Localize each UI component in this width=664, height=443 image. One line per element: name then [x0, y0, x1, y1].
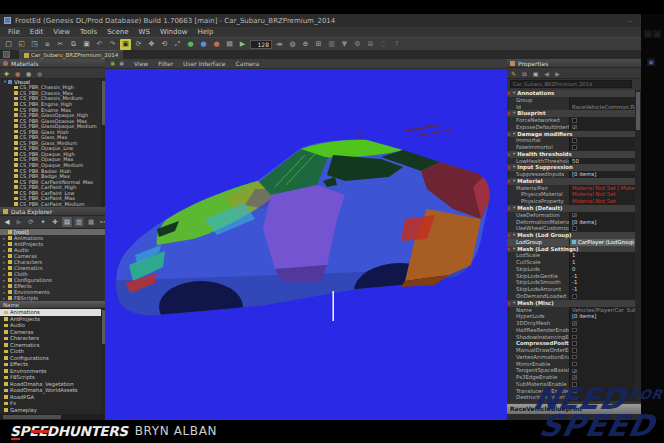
property-section[interactable]: ▾Mesh (Default)	[507, 205, 635, 212]
cut-icon[interactable]: ✂	[55, 39, 66, 50]
collapse-arrow-icon[interactable]: ▾	[513, 151, 515, 158]
dock-icon[interactable]: ▫	[653, 30, 661, 38]
checkbox-checked[interactable]: ✓	[572, 375, 577, 380]
material-item[interactable]: CS_PBR_CarPaint_Medium	[0, 201, 105, 207]
refresh-icon[interactable]: ⟳	[133, 39, 144, 50]
property-value[interactable]: ✓	[569, 374, 635, 381]
minimize-button[interactable]: —	[627, 17, 633, 24]
menu-edit[interactable]: Edit	[25, 27, 49, 37]
refresh-icon[interactable]: ⟳	[26, 217, 36, 227]
select-tool-icon[interactable]: ▣	[120, 39, 131, 50]
rotate-tool-icon[interactable]: ⟲	[159, 39, 170, 50]
properties-path-field[interactable]: Car_Subaru_BRZPremium_2014	[510, 80, 632, 88]
checkbox[interactable]	[572, 226, 577, 231]
property-value[interactable]: Material Not Set	[569, 198, 635, 205]
camera-icon[interactable]: ▤	[224, 39, 235, 50]
property-value[interactable]	[569, 117, 635, 124]
data-explorer-header[interactable]: Data Explorer	[0, 207, 105, 216]
property-value[interactable]: 50	[569, 158, 635, 165]
viewport-menu-user-interface[interactable]: User Interface	[183, 60, 225, 67]
copy-icon[interactable]: ⧉	[68, 39, 79, 50]
world-icon[interactable]: ◍	[287, 39, 298, 50]
forward-icon[interactable]: ▶	[14, 217, 24, 227]
link-icon[interactable]: ⊕	[300, 39, 311, 50]
property-value[interactable]: Vehicles/Player/Car_Subaru_BRZ	[569, 307, 635, 314]
materials-header[interactable]: Materials	[0, 59, 105, 68]
property-section[interactable]: ▾Mesh (Lod Settings)	[507, 246, 635, 253]
property-section[interactable]: ▾Health thresholds	[507, 151, 635, 158]
lock-icon[interactable]: ⊠	[365, 39, 376, 50]
menu-scene[interactable]: Scene	[102, 27, 133, 37]
menu-view[interactable]: View	[48, 27, 75, 37]
view-icons-icon[interactable]: ▦	[86, 217, 96, 227]
property-section[interactable]: ▾Damage modifiers	[507, 131, 635, 138]
property-value[interactable]: Material Not Set | Material Not Set	[569, 185, 635, 192]
open-folder-icon[interactable]: ◱	[16, 39, 27, 50]
collapse-arrow-icon[interactable]: ▾	[513, 164, 515, 171]
property-value[interactable]: ✓	[569, 212, 635, 219]
property-value[interactable]: ✓	[569, 124, 635, 131]
redo-icon[interactable]: ↷	[107, 39, 118, 50]
paste-icon[interactable]: ▣	[81, 39, 92, 50]
collapse-arrow-icon[interactable]: ▾	[513, 110, 515, 117]
tab-strip-icon[interactable]	[3, 51, 10, 58]
property-value[interactable]	[569, 144, 635, 151]
spinner-icon[interactable]: ◂▸	[274, 39, 285, 50]
property-value[interactable]	[569, 340, 635, 347]
explorer-file-item[interactable]: Gameplay	[0, 407, 105, 414]
search-icon[interactable]: ◌	[378, 39, 389, 50]
property-section[interactable]: ▾Mesh (Misc)	[507, 300, 635, 307]
light-sphere-icon[interactable]: ●	[211, 39, 222, 50]
checkbox[interactable]	[572, 294, 577, 299]
checkbox[interactable]	[572, 145, 577, 150]
checkbox-checked[interactable]: ✓	[572, 369, 577, 374]
add-material-icon[interactable]: ✚	[2, 69, 11, 78]
collapse-arrow-icon[interactable]: ▾	[513, 178, 515, 185]
copy-icon[interactable]: ⧉	[520, 69, 529, 78]
play-icon[interactable]: ▶	[237, 39, 248, 50]
add-icon[interactable]: ✚	[50, 217, 60, 227]
save-icon[interactable]: ◳	[29, 39, 40, 50]
sphere-grey-icon[interactable]: ●	[24, 69, 33, 78]
properties-scroll-thumb[interactable]	[636, 92, 640, 130]
tab-car-subaru-brzpremium-2014[interactable]: Car_Subaru_BRZPremium_2014	[19, 50, 123, 59]
filter-icon[interactable]: ▼	[339, 39, 350, 50]
sphere-red-icon[interactable]: ●	[13, 69, 22, 78]
edit-icon[interactable]: ✎	[509, 69, 518, 78]
help-icon[interactable]: ?	[391, 39, 402, 50]
view-details-icon[interactable]: ▥	[74, 217, 84, 227]
property-section[interactable]: ▾Material	[507, 178, 635, 185]
checkbox-checked[interactable]: ✓	[572, 213, 577, 218]
collapse-arrow-icon[interactable]: ▾	[513, 300, 515, 307]
dock-icon[interactable]: ▫	[644, 30, 652, 38]
new-file-icon[interactable]: ▢	[3, 39, 14, 50]
property-value[interactable]	[569, 354, 635, 361]
checkbox[interactable]	[572, 341, 577, 346]
property-value[interactable]: 0	[569, 266, 635, 273]
expander-icon[interactable]: ▾	[4, 79, 6, 84]
menu-window[interactable]: Window	[155, 27, 193, 37]
checkbox[interactable]	[572, 348, 577, 353]
save-all-icon[interactable]: ⧈	[42, 39, 53, 50]
menu-help[interactable]: Help	[192, 27, 218, 37]
property-value[interactable]: [0 items]	[569, 313, 635, 320]
paste-icon[interactable]: ▣	[531, 69, 540, 78]
property-value[interactable]	[569, 334, 635, 341]
property-value[interactable]: Material Not Set	[569, 191, 635, 198]
menu-ws[interactable]: WS	[134, 27, 155, 37]
settings-icon[interactable]: ⚙	[352, 39, 363, 50]
collapse-arrow-icon[interactable]: ▾	[513, 246, 515, 253]
properties-header[interactable]: Properties	[507, 59, 641, 68]
texture-sphere-icon[interactable]: ●	[198, 39, 209, 50]
property-value[interactable]: -1	[569, 273, 635, 280]
back-icon[interactable]: ◀	[2, 217, 12, 227]
view-list-icon[interactable]: ▤	[62, 217, 72, 227]
property-value[interactable]: 1	[569, 252, 635, 259]
viewport-shading-icon[interactable]: ▣	[118, 60, 125, 67]
property-value[interactable]	[569, 137, 635, 144]
property-value[interactable]	[569, 97, 635, 104]
menu-file[interactable]: File	[3, 27, 25, 37]
undo-icon[interactable]: ↶	[94, 39, 105, 50]
layers-icon[interactable]: ▥	[326, 39, 337, 50]
property-section[interactable]: ▾Blueprint	[507, 110, 635, 117]
